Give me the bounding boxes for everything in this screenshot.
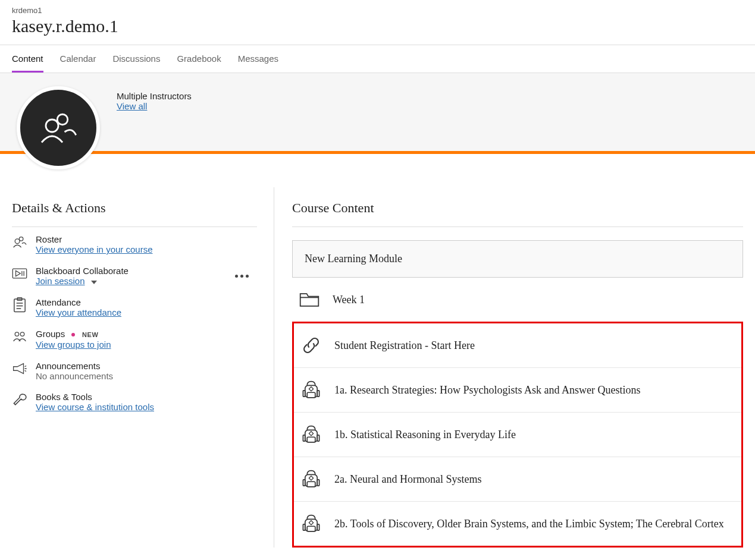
week-row[interactable]: Week 1	[292, 278, 743, 322]
svg-rect-30	[303, 480, 305, 486]
svg-rect-19	[309, 387, 313, 391]
item-title: 1a. Research Strategies: How Psychologis…	[334, 384, 640, 397]
svg-point-15	[20, 332, 24, 336]
attendance-label: Attendance	[36, 297, 257, 307]
learning-module[interactable]: New Learning Module	[292, 240, 743, 278]
backpack-icon	[300, 468, 322, 490]
action-attendance: Attendance View your attendance	[12, 290, 257, 322]
tab-messages[interactable]: Messages	[238, 45, 278, 73]
folder-icon	[298, 288, 321, 311]
action-collaborate: Blackboard Collaborate Join session	[12, 259, 257, 290]
books-label: Books & Tools	[36, 392, 257, 402]
course-title: kasey.r.demo.1	[12, 16, 743, 36]
svg-rect-26	[317, 435, 319, 441]
wrench-icon	[12, 392, 27, 407]
roster-link[interactable]: View everyone in your course	[36, 244, 153, 254]
tab-discussions[interactable]: Discussions	[112, 45, 160, 73]
tab-gradebook[interactable]: Gradebook	[177, 45, 221, 73]
svg-point-1	[46, 119, 58, 132]
instructor-avatar	[17, 86, 100, 169]
attendance-link[interactable]: View your attendance	[36, 307, 121, 317]
roster-label: Roster	[36, 234, 257, 244]
backpack-icon	[300, 379, 322, 401]
svg-point-0	[57, 114, 68, 125]
week-label: Week 1	[333, 294, 365, 306]
item-title: Student Registration - Start Here	[334, 339, 475, 352]
content-title: Course Content	[292, 187, 743, 227]
item-title: 2a. Neural and Hormonal Systems	[334, 473, 481, 486]
link-icon	[300, 334, 322, 357]
svg-rect-36	[317, 524, 319, 530]
svg-rect-20	[303, 391, 305, 397]
people-icon	[37, 107, 79, 149]
content-item-1b[interactable]: 1b. Statistical Reasoning in Everyday Li…	[294, 413, 741, 457]
svg-rect-4	[12, 269, 26, 278]
instructor-block: Multiple Instructors View all	[117, 91, 192, 112]
svg-point-14	[15, 332, 19, 336]
more-options-button[interactable]	[227, 266, 257, 284]
svg-rect-33	[307, 526, 315, 531]
instructors-label: Multiple Instructors	[117, 91, 192, 101]
groups-label: Groups	[36, 329, 65, 339]
books-link[interactable]: View course & institution tools	[36, 402, 154, 412]
backpack-icon	[300, 423, 322, 446]
clipboard-icon	[12, 297, 27, 313]
svg-marker-8	[91, 281, 97, 284]
collaborate-icon	[12, 266, 27, 281]
content-item-2b[interactable]: 2b. Tools of Discovery, Older Brain Syst…	[294, 502, 741, 546]
svg-rect-31	[317, 480, 319, 486]
svg-rect-21	[317, 391, 319, 397]
item-title: 2b. Tools of Discovery, Older Brain Syst…	[334, 518, 724, 530]
caret-down-icon[interactable]	[91, 276, 97, 287]
svg-rect-28	[307, 482, 315, 487]
svg-rect-25	[303, 435, 305, 441]
action-announcements: Announcements No announcements	[12, 354, 257, 385]
svg-rect-29	[309, 476, 313, 480]
svg-rect-35	[303, 524, 305, 530]
groups-link[interactable]: View groups to join	[36, 339, 111, 350]
content-item-2a[interactable]: 2a. Neural and Hormonal Systems	[294, 457, 741, 502]
action-books-tools: Books & Tools View course & institution …	[12, 385, 257, 416]
nav-tabs: Content Calendar Discussions Gradebook M…	[0, 45, 755, 73]
svg-rect-24	[309, 432, 313, 436]
action-roster: Roster View everyone in your course	[12, 227, 257, 259]
svg-rect-23	[307, 437, 315, 442]
group-icon	[12, 329, 27, 344]
announcements-sub: No announcements	[36, 371, 257, 381]
view-all-instructors-link[interactable]: View all	[117, 101, 147, 111]
hero-banner: Multiple Instructors View all	[0, 73, 755, 154]
collaborate-link[interactable]: Join session	[36, 276, 85, 286]
people-icon	[12, 234, 27, 250]
content-item-1a[interactable]: 1a. Research Strategies: How Psychologis…	[294, 368, 741, 413]
svg-point-3	[15, 239, 20, 244]
svg-rect-34	[309, 521, 313, 525]
item-title: 1b. Statistical Reasoning in Everyday Li…	[334, 429, 516, 441]
tab-content[interactable]: Content	[12, 45, 43, 73]
highlighted-content: Student Registration - Start Here 1a. Re…	[292, 322, 743, 548]
details-title: Details & Actions	[12, 187, 257, 227]
svg-marker-5	[16, 270, 21, 276]
megaphone-icon	[12, 361, 27, 376]
course-code: krdemo1	[12, 6, 743, 15]
details-sidebar: Details & Actions Roster View everyone i…	[12, 187, 274, 548]
tab-calendar[interactable]: Calendar	[60, 45, 96, 73]
new-badge: NEW	[82, 331, 98, 338]
course-header: krdemo1 kasey.r.demo.1	[0, 0, 755, 45]
svg-rect-18	[307, 392, 315, 398]
course-content-panel: Course Content New Learning Module Week …	[274, 187, 743, 548]
new-dot-icon	[71, 333, 75, 336]
backpack-icon	[300, 512, 322, 535]
action-groups: Groups NEW View groups to join	[12, 322, 257, 354]
collaborate-label: Blackboard Collaborate	[36, 266, 218, 276]
announcements-label: Announcements	[36, 361, 257, 371]
content-item-registration[interactable]: Student Registration - Start Here	[294, 323, 741, 368]
